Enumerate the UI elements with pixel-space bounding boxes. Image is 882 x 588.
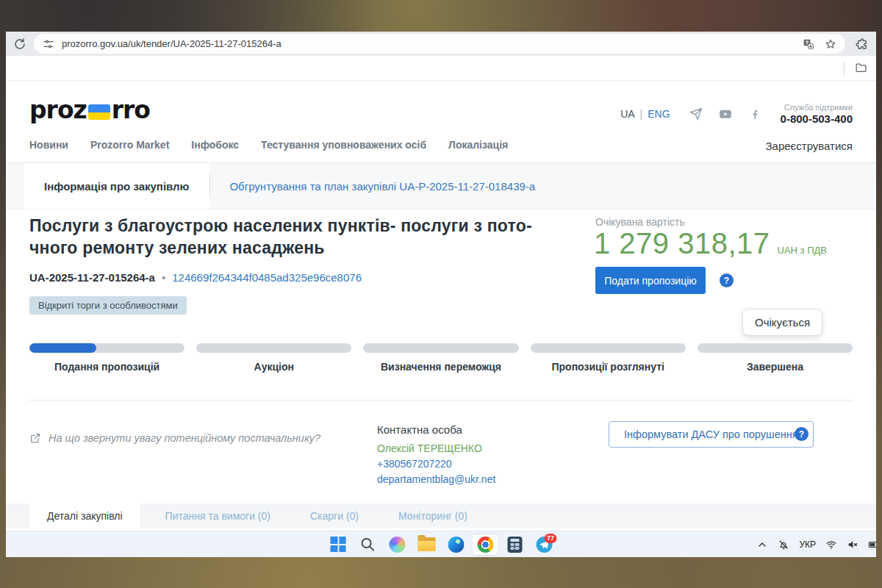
main-nav: Новини Prozorro Market Інфобокс Тестуван… bbox=[29, 139, 508, 151]
report-help-icon[interactable]: ? bbox=[795, 427, 808, 441]
prozorro-logo[interactable]: proz rro bbox=[29, 96, 150, 124]
windows-start-icon bbox=[331, 537, 346, 552]
lang-eng[interactable]: ENG bbox=[648, 108, 670, 120]
language-switcher: UA | ENG bbox=[620, 108, 670, 120]
section-divider bbox=[29, 400, 853, 401]
stage-label-reviewed: Пропозиції розглянуті bbox=[531, 361, 686, 373]
external-link-icon bbox=[29, 432, 41, 444]
file-explorer-button[interactable] bbox=[413, 534, 440, 556]
taskbar-apps: 77 bbox=[325, 531, 558, 557]
keyboard-language[interactable]: УКР bbox=[799, 539, 816, 550]
submit-help-icon[interactable]: ? bbox=[720, 273, 734, 287]
battery-icon[interactable] bbox=[868, 539, 876, 551]
tab-questions[interactable]: Питання та вимоги (0) bbox=[151, 503, 285, 528]
progress-segment bbox=[29, 343, 184, 353]
translate-icon[interactable] bbox=[803, 38, 814, 50]
contact-email-link[interactable]: departamentblag@ukr.net bbox=[377, 472, 495, 487]
telegram-badge: 77 bbox=[545, 534, 556, 543]
contact-block: Контактна особа Олексій ТЕРЕЩЕНКО +38056… bbox=[377, 422, 495, 487]
supplier-hint-link[interactable]: На що звернути увагу потенційному постач… bbox=[29, 432, 320, 444]
file-explorer-icon bbox=[417, 537, 435, 551]
edge-icon bbox=[448, 537, 464, 553]
lang-separator: | bbox=[640, 108, 643, 120]
copilot-icon bbox=[389, 537, 405, 553]
progress-bar bbox=[29, 343, 853, 353]
progress-segment bbox=[363, 343, 518, 353]
system-tray: УКР bbox=[756, 531, 875, 557]
reload-icon[interactable] bbox=[13, 37, 26, 51]
bookmark-star-icon[interactable] bbox=[825, 38, 836, 50]
extensions-puzzle-icon[interactable] bbox=[856, 37, 869, 51]
browser-window: prozorro.gov.ua/uk/tender/UA-2025-11-27-… bbox=[6, 32, 876, 557]
copilot-button[interactable] bbox=[384, 534, 411, 556]
expected-value: 1 279 318,17 bbox=[594, 227, 770, 260]
tab-monitoring[interactable]: Моніторинг (0) bbox=[384, 503, 482, 528]
search-icon bbox=[359, 536, 376, 553]
tender-title-line1: Послуги з благоустрою населених пунктів-… bbox=[29, 215, 588, 237]
taskbar-search-button[interactable] bbox=[354, 534, 381, 556]
url-text[interactable]: prozorro.gov.ua/uk/tender/UA-2025-11-27-… bbox=[62, 38, 803, 49]
youtube-icon[interactable] bbox=[719, 107, 732, 121]
id-separator: • bbox=[162, 271, 165, 284]
wifi-icon[interactable] bbox=[825, 539, 837, 551]
tab-purchase-details[interactable]: Деталі закупівлі bbox=[29, 503, 140, 528]
nav-item-market[interactable]: Prozorro Market bbox=[90, 139, 169, 151]
bookmarks-divider bbox=[844, 62, 845, 75]
stage-labels: Подання пропозицій Аукціон Визначення пе… bbox=[29, 361, 853, 373]
site-header: proz rro UA | ENG bbox=[6, 81, 876, 163]
tab-plan-link[interactable]: Обгрунтування та план закупівлі UA-P-202… bbox=[210, 163, 554, 209]
chrome-button[interactable] bbox=[472, 534, 499, 556]
stage-label-completed: Завершена bbox=[698, 361, 853, 373]
tender-id-row: UA-2025-11-27-015264-a • 124669f264344f0… bbox=[29, 271, 362, 284]
notifications-off-icon[interactable] bbox=[778, 539, 789, 551]
address-bar[interactable]: prozorro.gov.ua/uk/tender/UA-2025-11-27-… bbox=[34, 34, 845, 54]
edge-button[interactable] bbox=[442, 534, 470, 556]
tab-complaints[interactable]: Скарги (0) bbox=[295, 503, 373, 528]
detail-tab-strip: Деталі закупівлі Питання та вимоги (0) С… bbox=[6, 503, 876, 528]
nav-item-testing[interactable]: Тестування уповноважених осіб bbox=[261, 139, 426, 151]
prozorro-page: proz rro UA | ENG bbox=[6, 81, 876, 531]
windows-taskbar: 77 УКР bbox=[6, 531, 876, 557]
expected-value-row: 1 279 318,17 UAH з ПДВ bbox=[594, 227, 827, 260]
tab-purchase-info[interactable]: Інформація про закупівлю bbox=[24, 163, 209, 209]
tender-main: Послуги з благоустрою населених пунктів-… bbox=[6, 209, 876, 531]
currency-label: UAH з ПДВ bbox=[778, 245, 827, 256]
windows-start-button[interactable] bbox=[325, 534, 352, 556]
ukraine-flag-icon bbox=[88, 104, 110, 120]
stage-label-submission: Подання пропозицій bbox=[29, 361, 184, 373]
nav-item-localization[interactable]: Локалізація bbox=[448, 139, 508, 151]
contact-phone-link[interactable]: +380567207220 bbox=[377, 456, 495, 472]
telegram-button[interactable]: 77 bbox=[531, 534, 558, 556]
progress-segment bbox=[196, 343, 351, 353]
telegram-icon[interactable] bbox=[689, 107, 703, 121]
nav-item-news[interactable]: Новини bbox=[29, 139, 68, 151]
tender-title: Послуги з благоустрою населених пунктів-… bbox=[29, 215, 588, 259]
report-violation-button[interactable]: Інформувати ДАСУ про порушення bbox=[609, 421, 814, 448]
status-badge: Відкриті торги з особливостями bbox=[29, 296, 187, 315]
contact-name: Олексій ТЕРЕЩЕНКО bbox=[377, 441, 495, 456]
telegram-icon: 77 bbox=[536, 537, 552, 553]
browser-toolbar: prozorro.gov.ua/uk/tender/UA-2025-11-27-… bbox=[6, 32, 876, 56]
tender-hash-link[interactable]: 124669f264344f0485ad325e96ce8076 bbox=[172, 271, 362, 284]
bookmarks-bar bbox=[6, 56, 876, 81]
volume-mute-icon[interactable] bbox=[847, 539, 858, 551]
purchase-tab-strip: Інформація про закупівлю Обгрунтування т… bbox=[6, 163, 876, 209]
other-bookmarks-folder-icon[interactable] bbox=[855, 62, 867, 74]
chevron-up-icon[interactable] bbox=[756, 539, 768, 551]
support-block: Служба підтримки 0-800-503-400 bbox=[781, 103, 853, 125]
submit-proposal-button[interactable]: Подати пропозицію bbox=[595, 267, 706, 294]
social-links bbox=[689, 107, 761, 121]
logo-text-post: rro bbox=[112, 96, 150, 124]
nav-item-infobox[interactable]: Інфобокс bbox=[191, 139, 239, 151]
lang-ua[interactable]: UA bbox=[620, 108, 634, 120]
progress-segment bbox=[698, 343, 853, 353]
site-settings-icon[interactable] bbox=[43, 38, 54, 50]
header-right: UA | ENG Служба підтримки bbox=[620, 103, 853, 125]
support-label: Служба підтримки bbox=[781, 103, 853, 112]
tender-id: UA-2025-11-27-015264-a bbox=[29, 271, 155, 284]
facebook-icon[interactable] bbox=[748, 107, 761, 121]
chrome-icon bbox=[477, 537, 493, 553]
calculator-button[interactable] bbox=[501, 534, 528, 556]
register-link[interactable]: Зареєструватися bbox=[766, 140, 853, 152]
stage-label-auction: Аукціон bbox=[196, 361, 351, 373]
